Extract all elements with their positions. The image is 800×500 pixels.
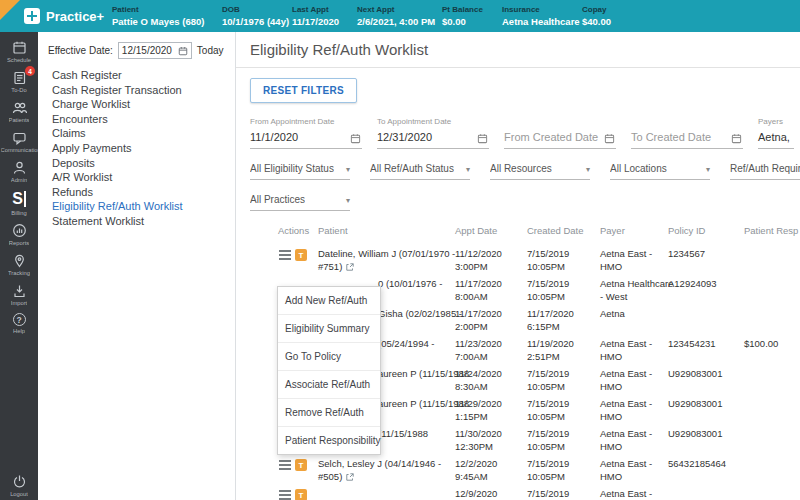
menu-encounters[interactable]: Encounters: [38, 112, 235, 127]
actions-menu-icon[interactable]: [278, 489, 292, 500]
nav-admin[interactable]: Admin: [0, 156, 38, 186]
chevron-down-icon: ▾: [466, 165, 470, 174]
appt-date-cell: 11/23/20207:00AM: [455, 334, 527, 363]
menu-apply-payments[interactable]: Apply Payments: [38, 141, 235, 156]
payers-filter[interactable]: Payers Aetna,: [758, 117, 794, 149]
patient-resp-cell: [744, 394, 800, 398]
nav-schedule[interactable]: Schedule: [0, 36, 38, 66]
appt-date-cell: 11/29/20201:15PM: [455, 394, 527, 423]
billing-sidebar: Effective Date: 12/15/2020 Today Cash Re…: [38, 32, 236, 500]
menu-cash-register[interactable]: Cash Register: [38, 68, 235, 83]
payer-cell: Aetna East -HMO: [600, 394, 668, 423]
payer-cell: Aetna East -HMO: [600, 364, 668, 393]
nav-communication[interactable]: Communication: [0, 126, 38, 156]
menu-eligibility-refauth-worklist[interactable]: Eligibility Ref/Auth Worklist: [38, 199, 235, 214]
today-link[interactable]: Today: [197, 45, 224, 56]
locations-dropdown[interactable]: All Locations ▾: [610, 163, 710, 180]
calendar-icon[interactable]: [731, 133, 742, 144]
payer-cell: Aetna East -HMO: [600, 454, 668, 483]
payer-cell: Aetna Healthcare- West: [600, 274, 668, 303]
reports-chart-icon: [12, 223, 27, 238]
patient-resp-cell: [744, 304, 800, 308]
menu-cash-register-transaction[interactable]: Cash Register Transaction: [38, 83, 235, 98]
calendar-icon[interactable]: [477, 133, 488, 144]
policy-id-cell: 1234567: [668, 244, 744, 261]
effective-date-label: Effective Date:: [48, 45, 113, 56]
refauth-tag-icon[interactable]: T: [295, 459, 307, 471]
pt-balance-field: Pt Balance $0.00: [442, 5, 502, 27]
created-date-cell: 7/15/2019: [527, 484, 600, 500]
menu-add-new-refauth[interactable]: Add New Ref/Auth: [278, 287, 380, 315]
menu-go-to-policy[interactable]: Go To Policy: [278, 343, 380, 371]
refauth-tag-icon[interactable]: T: [295, 489, 307, 500]
external-link-icon[interactable]: [345, 262, 355, 272]
refauth-tag-icon[interactable]: T: [295, 249, 307, 261]
calendar-icon[interactable]: [350, 133, 361, 144]
import-download-icon: [12, 283, 27, 298]
row-actions: T: [278, 454, 318, 471]
from-appointment-date-filter[interactable]: From Appointment Date 11/1/2020: [250, 117, 362, 149]
menu-charge-worklist[interactable]: Charge Worklist: [38, 97, 235, 112]
billing-icon: S: [12, 190, 26, 208]
menu-patient-responsibility[interactable]: Patient Responsibility: [278, 427, 380, 454]
patient-field[interactable]: Patient Pattie O Mayes (680): [112, 5, 222, 27]
policy-id-cell: U929083001: [668, 394, 744, 411]
created-date-cell: 7/15/201910:05PM: [527, 244, 600, 273]
menu-ar-worklist[interactable]: A/R Worklist: [38, 170, 235, 185]
resources-dropdown[interactable]: All Resources ▾: [490, 163, 590, 180]
row-actions: T: [278, 244, 318, 261]
nav-help[interactable]: ? Help: [0, 309, 38, 337]
payer-cell: Aetna East -HMO: [600, 334, 668, 363]
created-date-cell: 7/15/201910:05PM: [527, 454, 600, 483]
effective-date-input[interactable]: 12/15/2020: [118, 42, 192, 59]
appt-date-cell: 12/9/2020: [455, 484, 527, 500]
nav-billing[interactable]: S Billing: [0, 186, 38, 219]
app-window: Practice+ Patient Pattie O Mayes (680) D…: [0, 0, 800, 500]
eligibility-status-dropdown[interactable]: All Eligibility Status ▾: [250, 163, 350, 180]
to-created-date-filter[interactable]: To Created Date: [631, 117, 743, 149]
patient-cell: Selch, Lesley J (04/14/1946 - #505): [318, 454, 455, 483]
menu-associate-refauth[interactable]: Associate Ref/Auth: [278, 371, 380, 399]
nav-patients[interactable]: Patients: [0, 96, 38, 126]
refauth-status-dropdown[interactable]: All Ref/Auth Status ▾: [370, 163, 470, 180]
menu-eligibility-summary[interactable]: Eligibility Summary: [278, 315, 380, 343]
billing-menu: Cash Register Cash Register Transaction …: [38, 68, 235, 229]
from-created-date-filter[interactable]: From Created Date: [504, 117, 616, 149]
patient-cell: [318, 484, 455, 488]
patient-resp-cell: [744, 244, 800, 248]
actions-menu-icon[interactable]: [278, 459, 292, 471]
practices-dropdown[interactable]: All Practices ▾: [250, 194, 350, 211]
policy-id-cell: U929083001: [668, 364, 744, 381]
filter-row-dates: From Appointment Date 11/1/2020 To Appoi…: [250, 117, 800, 149]
filter-row-practices: All Practices ▾: [250, 194, 800, 211]
to-appointment-date-filter[interactable]: To Appointment Date 12/31/2020: [377, 117, 489, 149]
chevron-down-icon: ▾: [346, 196, 350, 205]
created-date-cell: 7/15/201910:05PM: [527, 424, 600, 453]
menu-deposits[interactable]: Deposits: [38, 156, 235, 171]
patient-resp-cell: [744, 274, 800, 278]
created-date-cell: 7/15/201910:05PM: [527, 364, 600, 393]
reset-filters-button[interactable]: RESET FILTERS: [250, 78, 357, 103]
table-row: T Selch, Lesley J (04/14/1946 - #505) 12…: [236, 454, 800, 484]
nav-tracking[interactable]: Tracking: [0, 249, 38, 279]
external-link-icon[interactable]: [345, 472, 355, 482]
menu-refunds[interactable]: Refunds: [38, 185, 235, 200]
refauth-required-dropdown[interactable]: Ref/Auth Required: [730, 163, 800, 180]
nav-reports[interactable]: Reports: [0, 219, 38, 249]
payer-cell: Aetna East -HMO: [600, 424, 668, 453]
payer-cell: Aetna: [600, 304, 668, 321]
nav-todo[interactable]: 4 To-Do: [0, 66, 38, 96]
calendar-icon[interactable]: [604, 133, 615, 144]
menu-claims[interactable]: Claims: [38, 126, 235, 141]
nav-import[interactable]: Import: [0, 279, 38, 309]
created-date-cell: 7/15/201910:05PM: [527, 274, 600, 303]
menu-statement-worklist[interactable]: Statement Worklist: [38, 214, 235, 229]
nav-logout[interactable]: Logout: [0, 470, 38, 500]
app-brand[interactable]: Practice+: [24, 8, 112, 24]
menu-remove-refauth[interactable]: Remove Ref/Auth: [278, 399, 380, 427]
payer-cell: Aetna East -HMO: [600, 244, 668, 273]
effective-date-row: Effective Date: 12/15/2020 Today: [38, 32, 235, 68]
calendar-icon[interactable]: [178, 46, 188, 56]
actions-menu-icon[interactable]: [278, 249, 292, 261]
row-context-menu: Add New Ref/Auth Eligibility Summary Go …: [277, 286, 381, 455]
